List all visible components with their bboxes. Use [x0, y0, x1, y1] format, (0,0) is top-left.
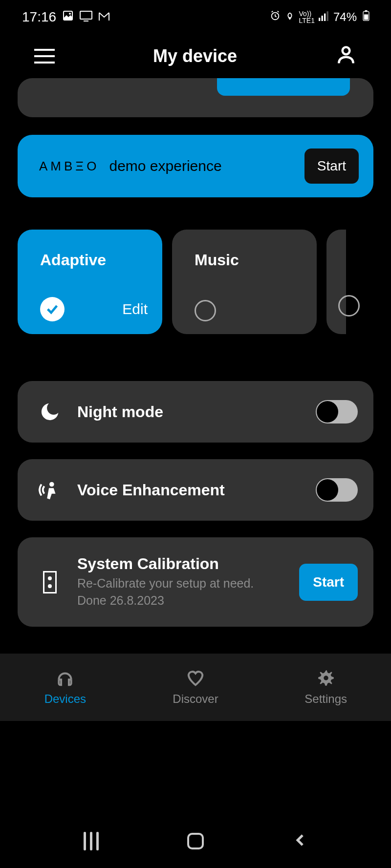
tab-settings[interactable]: Settings [261, 654, 391, 721]
voice-icon [35, 479, 65, 501]
tab-label: Devices [44, 692, 86, 706]
status-time: 17:16 [22, 9, 56, 25]
preset-title: Music [195, 251, 302, 269]
calibration-title: System Calibration [77, 555, 299, 573]
battery-icon [361, 10, 371, 24]
svg-rect-8 [324, 14, 326, 21]
preset-music[interactable]: Music [172, 230, 317, 334]
cast-icon [80, 9, 92, 25]
calibration-subtitle: Re-Calibrate your setup at need. Done 26… [77, 575, 299, 609]
svg-point-13 [343, 47, 350, 55]
svg-point-14 [49, 482, 54, 487]
svg-rect-12 [364, 14, 368, 20]
calibration-sub-line2: Done 26.8.2023 [77, 593, 164, 607]
partial-blue-element [217, 78, 350, 96]
android-recents-button[interactable] [84, 832, 99, 850]
demo-text: demo experience [109, 158, 294, 174]
night-mode-row: Night mode [18, 381, 373, 443]
preset-selected-check-icon [40, 297, 65, 321]
tab-devices[interactable]: Devices [0, 654, 130, 721]
photo-icon [62, 9, 74, 25]
calibration-sub-line1: Re-Calibrate your setup at need. [77, 576, 254, 590]
svg-point-1 [69, 13, 71, 15]
preset-edit-button[interactable]: Edit [122, 301, 148, 318]
status-bar: 17:16 Vo))LTE1 74% [0, 0, 391, 34]
battery-percent: 74% [333, 10, 357, 24]
tab-label: Settings [304, 692, 347, 706]
previous-card-partial[interactable] [18, 78, 373, 117]
night-mode-label: Night mode [77, 403, 316, 421]
calibration-start-button[interactable]: Start [299, 564, 358, 601]
preset-adaptive[interactable]: Adaptive Edit [18, 230, 162, 334]
svg-rect-6 [319, 18, 320, 21]
profile-button[interactable] [335, 44, 357, 68]
signal-icon [319, 10, 329, 24]
speaker-icon [35, 571, 65, 593]
svg-point-5 [289, 17, 291, 19]
preset-radio-icon [195, 300, 216, 321]
demo-experience-card: AMBΞO demo experience Start [18, 135, 373, 197]
voice-enhancement-label: Voice Enhancement [77, 481, 316, 499]
preset-row[interactable]: Adaptive Edit Music [18, 230, 373, 334]
android-nav-bar [0, 814, 391, 868]
android-back-button[interactable] [293, 830, 307, 852]
voice-enhancement-row: Voice Enhancement [18, 459, 373, 521]
preset-next-peek[interactable] [326, 230, 346, 334]
svg-point-15 [324, 676, 328, 680]
demo-start-button[interactable]: Start [304, 148, 359, 184]
gmail-icon [98, 9, 110, 25]
svg-rect-9 [326, 11, 328, 21]
ambeo-logo: AMBΞO [39, 159, 99, 174]
svg-rect-7 [321, 16, 323, 21]
alarm-icon [270, 10, 281, 24]
system-calibration-row: System Calibration Re-Calibrate your set… [18, 537, 373, 627]
page-title: My device [153, 46, 237, 66]
tab-label: Discover [173, 692, 218, 706]
menu-button[interactable] [34, 49, 55, 64]
preset-title: Adaptive [40, 251, 148, 269]
tab-discover[interactable]: Discover [130, 654, 261, 721]
tab-bar: Devices Discover Settings [0, 654, 391, 721]
android-home-button[interactable] [187, 833, 204, 849]
night-mode-toggle[interactable] [316, 400, 358, 423]
moon-icon [35, 401, 65, 423]
app-header: My device [0, 34, 391, 78]
svg-rect-2 [80, 11, 92, 19]
voice-enhancement-toggle[interactable] [316, 478, 358, 502]
wifi-icon [284, 10, 295, 24]
network-type: Vo))LTE1 [299, 10, 315, 24]
preset-radio-icon [338, 295, 360, 317]
